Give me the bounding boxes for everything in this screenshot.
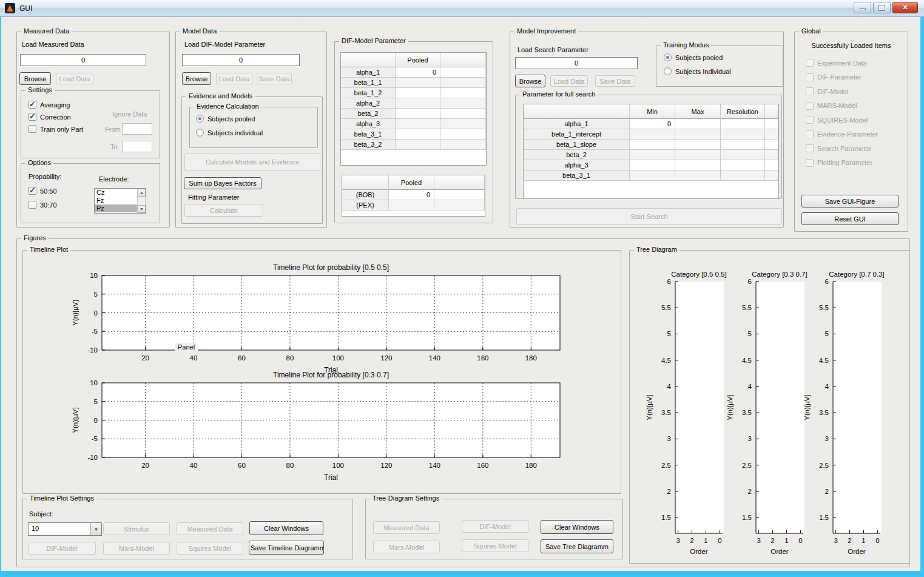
checkbox-correction[interactable]: Correction [29,113,83,121]
value-cell[interactable] [440,98,486,109]
listbox-item-fz[interactable]: Fz [95,197,137,204]
listbox-item-pz[interactable]: Pz [95,204,137,212]
value-cell[interactable] [440,67,486,78]
checkbox-train-only-part[interactable]: Train only Part [29,125,83,133]
checkbox-mars-model[interactable]: MARS-Model [806,102,878,110]
value-cell[interactable] [630,140,675,150]
value-cell[interactable] [396,98,440,109]
button-measured-data[interactable]: Measured Data [373,521,440,534]
checkbox-box[interactable] [29,101,36,109]
radio-subjects-individual[interactable]: Subjects Individual [664,67,731,75]
improvement-load-data-button[interactable]: Load Data [550,75,588,87]
button-dif-model[interactable]: DIF-Model [462,520,528,533]
electrode-listbox[interactable]: CzFzPz▲▼ [94,188,146,214]
radio-subjects-pooled[interactable]: Subjects pooled [664,53,731,61]
button-mars-model[interactable]: Mars-Model [373,541,440,553]
sum-bayes-button[interactable]: Sum up Bayes Factors [184,177,261,189]
checkbox-plotting-parameter[interactable]: Plotting Parameter [806,159,878,167]
value-cell[interactable] [396,119,440,129]
measured-browse-button[interactable]: Browse [19,72,51,85]
value-cell[interactable]: 0 [389,190,434,200]
checkbox-box[interactable] [806,102,814,110]
value-cell[interactable] [396,140,440,150]
calculate-models-button[interactable]: Calculate Models and Evidence [184,153,320,171]
subject-dropdown[interactable]: 10 ▼ [28,522,102,536]
value-cell[interactable] [396,129,440,140]
radio-dot[interactable] [196,115,204,123]
checkbox-box[interactable] [806,130,814,138]
radio-dot[interactable] [196,129,204,137]
button-measured-data[interactable]: Measured Data [177,522,243,535]
model-save-data-button[interactable]: Save Data [257,73,292,84]
value-cell[interactable] [765,150,778,160]
ignore-to-input[interactable] [122,141,152,152]
fitting-calculate-button[interactable]: Calculate [184,204,263,217]
titlebar[interactable]: GUI ✕ [0,0,924,17]
chevron-down-icon[interactable]: ▼ [90,523,101,535]
checkbox-squires-model[interactable]: SQUIRES-Model [806,116,878,124]
button-save-timeline-diagramm[interactable]: Save Timeline Diagramm [249,541,324,555]
value-cell[interactable]: 0 [630,119,675,129]
button-squires-model[interactable]: Squires Model [177,542,243,555]
model-browse-button[interactable]: Browse [182,72,211,85]
radio-dot[interactable] [664,67,672,75]
checkbox-box[interactable] [29,201,36,209]
checkbox-box[interactable] [806,116,814,124]
value-cell[interactable] [675,119,721,129]
reset-gui-button[interactable]: Reset GUI [801,212,899,225]
improvement-browse-button[interactable]: Browse [515,75,545,87]
close-button[interactable]: ✕ [892,2,918,13]
checkbox-box[interactable] [806,59,814,67]
start-search-button[interactable]: Start Search [516,208,782,225]
value-cell[interactable] [440,109,486,119]
ignore-from-input[interactable] [122,123,152,135]
value-cell[interactable] [630,129,675,140]
value-cell[interactable]: 0 [396,67,440,78]
value-cell[interactable] [721,170,765,181]
value-cell[interactable] [721,119,765,129]
value-cell[interactable] [440,119,486,129]
measured-data-path-input[interactable] [20,54,146,66]
value-cell[interactable] [721,140,765,150]
value-cell[interactable] [434,200,485,211]
model-load-data-button[interactable]: Load Data [216,73,252,84]
save-gui-figure-button[interactable]: Save GUI-Figure [801,195,899,208]
button-clear-windows[interactable]: Clear Windows [249,521,323,535]
button-clear-windows[interactable]: Clear Windows [541,520,613,534]
value-cell[interactable] [765,129,778,140]
value-cell[interactable] [389,200,434,211]
value-cell[interactable] [675,170,721,181]
scroll-up-icon[interactable]: ▲ [138,189,146,197]
value-cell[interactable] [765,160,778,170]
checkbox-experiment-data[interactable]: Experiment Data [806,59,878,67]
value-cell[interactable] [675,160,721,170]
value-cell[interactable] [721,160,765,170]
value-cell[interactable] [721,150,765,160]
measured-load-data-button[interactable]: Load Data [56,73,93,84]
value-cell[interactable] [440,78,486,88]
value-cell[interactable] [765,170,778,181]
checkbox-box[interactable] [806,144,814,152]
button-dif-model[interactable]: DIF-Model [28,542,96,555]
listbox-item-cz[interactable]: Cz [95,189,137,197]
value-cell[interactable] [396,78,440,88]
checkbox-dif-parameter[interactable]: DIF-Parameter [806,73,878,81]
checkbox-search-parameter[interactable]: Search Parameter [806,144,878,152]
value-cell[interactable] [396,88,440,98]
value-cell[interactable] [630,150,675,160]
checkbox-evidence-parameter[interactable]: Evidence-Parameter [806,130,878,138]
listbox-scrollbar[interactable]: ▲▼ [137,189,146,213]
checkbox-box[interactable] [806,87,814,95]
radio-subjects-pooled[interactable]: Subjects pooled [196,115,263,123]
checkbox-box[interactable] [806,159,814,167]
button-squires-model[interactable]: Squires-Model [462,539,528,552]
button-stimulus[interactable]: Stimulus [103,522,170,535]
value-cell[interactable] [434,190,485,200]
value-cell[interactable] [440,88,486,98]
radio-subjects-individual[interactable]: Subjects individual [196,129,263,137]
button-mars-model[interactable]: Mars-Model [103,542,170,555]
checkbox-box[interactable] [806,73,814,81]
checkbox-30-70[interactable]: 30:70 [29,201,57,209]
improvement-save-data-button[interactable]: Save Data [595,75,635,87]
restore-button[interactable] [873,2,891,13]
